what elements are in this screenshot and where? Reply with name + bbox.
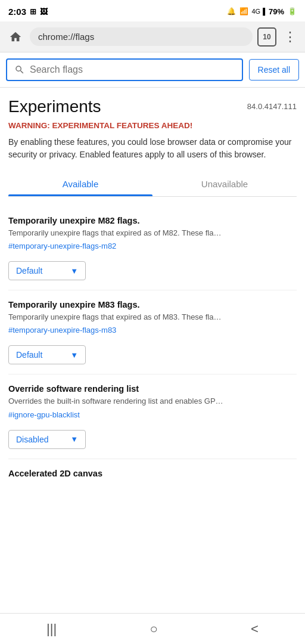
flag-item-m83: Temporarily unexpire M83 flags. Temporar… xyxy=(8,290,297,374)
home-button[interactable] xyxy=(6,27,25,47)
flag-link-gpu[interactable]: #ignore-gpu-blacklist xyxy=(8,410,80,419)
flag-link-m83[interactable]: #temporary-unexpire-flags-m83 xyxy=(8,326,116,335)
search-input[interactable] xyxy=(30,64,235,75)
nav-back-icon: < xyxy=(251,621,259,636)
browser-menu-button[interactable]: ⋮ xyxy=(281,27,299,47)
tab-unavailable[interactable]: Unavailable xyxy=(152,172,297,196)
flag-dropdown-m83[interactable]: Default ▼ xyxy=(8,345,86,364)
tab-available-label: Available xyxy=(63,179,99,189)
flag-dropdown-gpu[interactable]: Disabled ▼ xyxy=(8,430,86,449)
dropdown-arrow-m82: ▼ xyxy=(70,267,78,275)
status-time: 2:03 ⊞ 🖼 xyxy=(8,7,48,17)
flag-item-gpu: Override software rendering list Overrid… xyxy=(8,374,297,459)
experiments-title: Experiments xyxy=(8,97,101,116)
search-icon xyxy=(14,64,25,75)
flag-item-m82: Temporarily unexpire M82 flags. Temporar… xyxy=(8,206,297,290)
tab-available[interactable]: Available xyxy=(8,172,152,196)
flag-desc-gpu: Overrides the built-in software renderin… xyxy=(8,396,297,407)
flag-title-m82: Temporarily unexpire M82 flags. xyxy=(8,216,297,225)
nav-back-button[interactable]: < xyxy=(239,617,270,642)
status-bar: 2:03 ⊞ 🖼 🔔 📶 4G▐ 79% 🔋 xyxy=(0,0,305,21)
url-text: chrome://flags xyxy=(38,32,94,42)
description-text: By enabling these features, you could lo… xyxy=(8,136,297,161)
alarm-icon: 🔔 xyxy=(227,7,236,16)
status-icons: 🔔 📶 4G▐ 79% 🔋 xyxy=(227,7,297,16)
reset-all-button[interactable]: Reset all xyxy=(249,59,299,80)
bottom-nav: ||| ○ < xyxy=(0,613,305,644)
nav-home-button[interactable]: ○ xyxy=(138,617,169,642)
tab-unavailable-label: Unavailable xyxy=(201,179,248,189)
browser-toolbar: chrome://flags 10 ⋮ xyxy=(0,21,305,52)
flag-dropdown-label-m82: Default xyxy=(16,266,66,275)
wifi-icon: 📶 xyxy=(239,7,248,16)
url-bar[interactable]: chrome://flags xyxy=(30,27,253,46)
warning-text: WARNING: EXPERIMENTAL FEATURES AHEAD! xyxy=(8,121,297,130)
search-section: Reset all xyxy=(0,52,305,88)
nav-menu-button[interactable]: ||| xyxy=(35,617,69,642)
grid-icon: ⊞ xyxy=(30,7,36,16)
tabs-container: Available Unavailable xyxy=(8,172,297,197)
signal-icon: 4G▐ xyxy=(252,8,265,15)
dropdown-arrow-gpu: ▼ xyxy=(70,435,78,444)
flag-dropdown-label-m83: Default xyxy=(16,350,66,360)
tab-count-button[interactable]: 10 xyxy=(257,27,276,47)
flag-title-canvas: Accelerated 2D canvas xyxy=(8,469,297,478)
flag-title-m83: Temporarily unexpire M83 flags. xyxy=(8,300,297,309)
tab-count-label: 10 xyxy=(263,33,270,41)
battery-display: 79% xyxy=(269,7,284,16)
flag-desc-m83: Temporarily unexpire flags that expired … xyxy=(8,312,297,323)
flag-dropdown-m82[interactable]: Default ▼ xyxy=(8,261,86,280)
nav-menu-icon: ||| xyxy=(46,621,57,636)
version-number: 84.0.4147.111 xyxy=(247,102,297,111)
nav-home-icon: ○ xyxy=(150,621,157,636)
dropdown-arrow-m83: ▼ xyxy=(70,351,78,360)
time-display: 2:03 xyxy=(8,7,26,17)
flag-desc-m82: Temporarily unexpire flags that expired … xyxy=(8,228,297,239)
experiments-header: Experiments 84.0.4147.111 xyxy=(8,97,297,116)
reset-all-label: Reset all xyxy=(258,65,290,75)
flag-dropdown-label-gpu: Disabled xyxy=(16,435,66,444)
flags-list: Temporarily unexpire M82 flags. Temporar… xyxy=(8,206,297,490)
flag-title-gpu: Override software rendering list xyxy=(8,384,297,394)
battery-icon: 🔋 xyxy=(288,7,297,16)
more-vert-icon: ⋮ xyxy=(284,29,297,44)
image-icon: 🖼 xyxy=(40,7,48,16)
flag-link-m82[interactable]: #temporary-unexpire-flags-m82 xyxy=(8,242,116,250)
search-input-wrapper xyxy=(6,58,243,81)
flag-item-canvas: Accelerated 2D canvas xyxy=(8,459,297,490)
main-content: Experiments 84.0.4147.111 WARNING: EXPER… xyxy=(0,88,305,490)
